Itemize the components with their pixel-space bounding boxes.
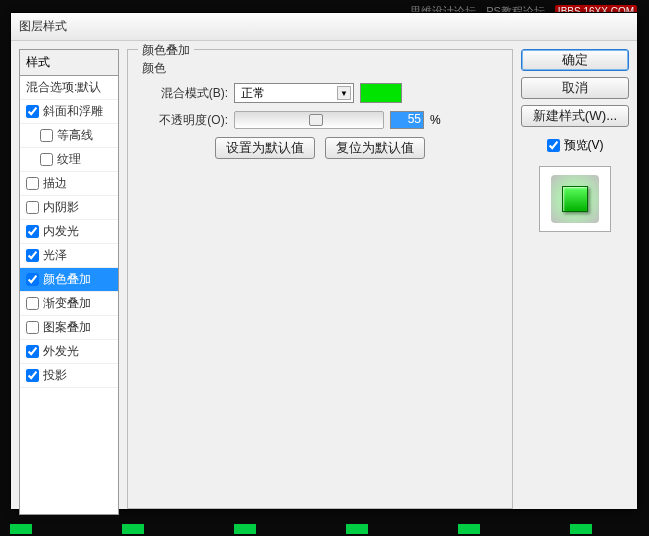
style-item-checkbox[interactable]	[26, 321, 39, 334]
style-item-5[interactable]: 内阴影	[20, 196, 118, 220]
blend-mode-label: 混合模式(B):	[142, 85, 228, 102]
opacity-input[interactable]: 55	[390, 111, 424, 129]
styles-header: 样式	[19, 49, 119, 75]
preview-checkbox[interactable]	[547, 139, 560, 152]
style-item-1[interactable]: 斜面和浮雕	[20, 100, 118, 124]
style-item-label: 渐变叠加	[43, 295, 91, 312]
preview-box	[539, 166, 611, 232]
style-item-2[interactable]: 等高线	[20, 124, 118, 148]
style-item-checkbox[interactable]	[26, 345, 39, 358]
style-item-4[interactable]: 描边	[20, 172, 118, 196]
set-default-button[interactable]: 设置为默认值	[215, 137, 315, 159]
style-item-6[interactable]: 内发光	[20, 220, 118, 244]
style-item-12[interactable]: 投影	[20, 364, 118, 388]
fieldset-legend: 颜色叠加	[138, 42, 194, 59]
style-item-label: 颜色叠加	[43, 271, 91, 288]
style-item-label: 混合选项:默认	[26, 79, 101, 96]
dialog-titlebar[interactable]: 图层样式	[11, 13, 637, 41]
ok-button[interactable]: 确定	[521, 49, 629, 71]
style-item-label: 斜面和浮雕	[43, 103, 103, 120]
style-item-checkbox[interactable]	[26, 177, 39, 190]
sub-legend: 颜色	[142, 60, 498, 77]
style-item-label: 图案叠加	[43, 319, 91, 336]
cancel-button[interactable]: 取消	[521, 77, 629, 99]
style-item-checkbox[interactable]	[26, 273, 39, 286]
new-style-button[interactable]: 新建样式(W)...	[521, 105, 629, 127]
style-item-label: 等高线	[57, 127, 93, 144]
style-item-checkbox[interactable]	[40, 153, 53, 166]
color-overlay-fieldset: 颜色叠加 颜色 混合模式(B): 正常 ▼ 不透明度(O): 55	[127, 49, 513, 509]
style-item-checkbox[interactable]	[40, 129, 53, 142]
reset-default-button[interactable]: 复位为默认值	[325, 137, 425, 159]
preview-label: 预览(V)	[564, 137, 604, 154]
style-item-8[interactable]: 颜色叠加	[20, 268, 118, 292]
style-item-9[interactable]: 渐变叠加	[20, 292, 118, 316]
style-item-11[interactable]: 外发光	[20, 340, 118, 364]
layer-style-dialog: 图层样式 样式 混合选项:默认斜面和浮雕等高线纹理描边内阴影内发光光泽颜色叠加渐…	[10, 12, 638, 510]
style-item-checkbox[interactable]	[26, 369, 39, 382]
style-item-10[interactable]: 图案叠加	[20, 316, 118, 340]
style-item-label: 纹理	[57, 151, 81, 168]
blend-mode-value: 正常	[241, 85, 265, 102]
style-item-checkbox[interactable]	[26, 297, 39, 310]
style-item-checkbox[interactable]	[26, 201, 39, 214]
blend-mode-dropdown[interactable]: 正常 ▼	[234, 83, 354, 103]
color-swatch[interactable]	[360, 83, 402, 103]
style-item-checkbox[interactable]	[26, 105, 39, 118]
style-item-checkbox[interactable]	[26, 249, 39, 262]
style-item-label: 内发光	[43, 223, 79, 240]
style-item-label: 光泽	[43, 247, 67, 264]
style-item-7[interactable]: 光泽	[20, 244, 118, 268]
opacity-unit: %	[430, 113, 441, 127]
style-item-label: 描边	[43, 175, 67, 192]
background-decor	[10, 524, 592, 534]
opacity-slider[interactable]	[234, 111, 384, 129]
style-item-checkbox[interactable]	[26, 225, 39, 238]
style-item-0[interactable]: 混合选项:默认	[20, 76, 118, 100]
style-item-label: 投影	[43, 367, 67, 384]
style-item-3[interactable]: 纹理	[20, 148, 118, 172]
preview-cube	[562, 186, 588, 212]
style-item-label: 外发光	[43, 343, 79, 360]
opacity-label: 不透明度(O):	[142, 112, 228, 129]
styles-list: 混合选项:默认斜面和浮雕等高线纹理描边内阴影内发光光泽颜色叠加渐变叠加图案叠加外…	[19, 75, 119, 515]
chevron-down-icon: ▼	[337, 86, 351, 100]
style-item-label: 内阴影	[43, 199, 79, 216]
slider-thumb[interactable]	[309, 114, 323, 126]
dialog-title: 图层样式	[19, 18, 67, 35]
